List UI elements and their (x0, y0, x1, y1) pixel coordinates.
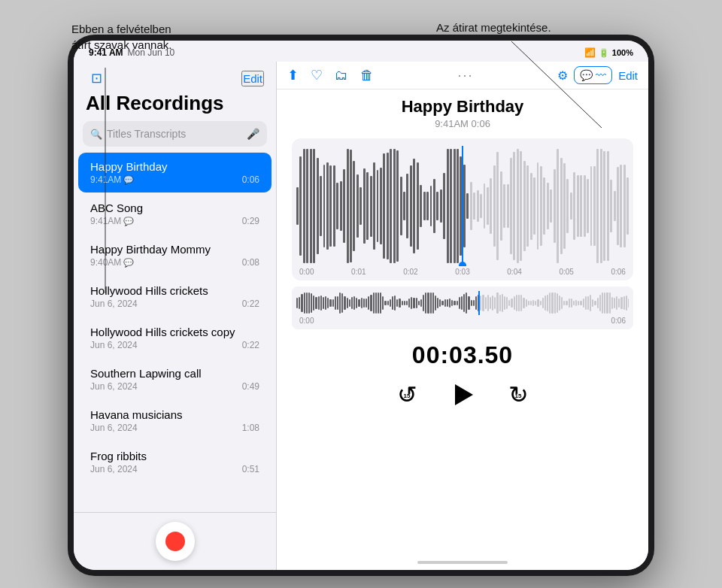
mini-waveform-bar (378, 292, 379, 314)
mini-waveform-bar (447, 299, 448, 307)
share-button[interactable]: ⬆ (287, 67, 299, 83)
waveform-bar (347, 149, 349, 263)
right-callout: Az átirat megtekintése. (436, 21, 551, 34)
detail-meta: 9:41AM 0:06 (435, 118, 490, 129)
mini-waveform-bar (575, 300, 577, 305)
mini-waveform-bar (502, 294, 503, 312)
record-button[interactable] (156, 522, 195, 561)
waveform-bar (320, 176, 322, 235)
mini-waveform-bar (387, 301, 389, 305)
mini-waveform-bar (332, 299, 334, 307)
delete-button[interactable]: 🗑 (360, 68, 374, 83)
mini-waveform-bar (396, 299, 398, 308)
mini-waveform-bar (514, 296, 515, 311)
mini-waveform-bar (406, 301, 408, 305)
toolbar-right: ⚙ 💬 〰 Edit (557, 66, 638, 84)
recording-title: Hollywood Hills crickets (90, 284, 259, 297)
waveform-bar (600, 149, 602, 263)
play-button[interactable] (446, 378, 479, 411)
waveform-bar (554, 169, 556, 243)
waveform-bar (573, 172, 575, 239)
waveform-bar (356, 174, 359, 238)
waveform-bar (393, 149, 396, 263)
mini-waveform-bar (614, 298, 615, 308)
mini-waveform-bar (390, 299, 391, 307)
waveform-bar (423, 192, 426, 221)
mini-waveform-bar (490, 297, 491, 308)
waveform-bar (413, 159, 415, 254)
play-icon (455, 384, 473, 405)
mini-waveform-bar (620, 297, 622, 309)
mini-waveform-bar (423, 295, 424, 311)
waveform-bar (570, 192, 572, 219)
waveform-bar (359, 187, 362, 225)
filter-button[interactable]: ⚙ (557, 68, 568, 83)
sidebar-edit-button[interactable]: Edit (241, 71, 264, 86)
mini-waveform-bar (599, 295, 601, 311)
waveform-bar (517, 149, 519, 263)
mini-waveform-bar (551, 292, 553, 314)
waveform-bar (430, 186, 432, 226)
recording-list-item[interactable]: Happy Birthday Mommy 9:40AM 💬 0:08 (78, 235, 272, 275)
recording-list-item[interactable]: Havana musicians Jun 6, 2024 1:08 (78, 401, 272, 441)
status-right: 📶 🔋 100% (584, 47, 633, 58)
mini-waveform-bar (311, 293, 312, 313)
mini-waveform-bar (347, 298, 348, 308)
waveform-bar (400, 177, 402, 236)
mini-waveform-bar (532, 300, 534, 307)
waveform-bar (473, 192, 475, 220)
mini-waveform-bar (373, 292, 375, 314)
mini-waveform-bar (547, 295, 548, 312)
detail-edit-button[interactable]: Edit (618, 69, 638, 82)
ipad-frame: 9:41 AM Mon Jun 10 📶 🔋 100% ⊡ Edit All R… (68, 35, 654, 576)
search-input[interactable]: Titles Transcripts (107, 128, 242, 140)
waveform-bar (626, 177, 629, 235)
skip-forward-button[interactable]: ↻ 15 (503, 380, 533, 410)
recording-list-item[interactable]: Hollywood Hills crickets Jun 6, 2024 0:2… (78, 277, 272, 317)
playhead-line (462, 146, 463, 266)
waveform-bar (433, 179, 435, 234)
mini-waveform-bar (602, 292, 603, 314)
waveform-bar (543, 177, 545, 235)
panel-toggle-icon[interactable]: ⊡ (86, 68, 107, 89)
skip-back-label: 15 (404, 392, 411, 399)
waveform-container[interactable]: 0:00 0:01 0:02 0:03 0:04 0:05 0:06 (292, 138, 633, 280)
waveform-bar (477, 190, 479, 222)
mini-waveform-bar (569, 299, 570, 308)
search-bar[interactable]: 🔍 Titles Transcripts 🎤 (83, 121, 267, 147)
favorite-button[interactable]: ♡ (311, 67, 323, 83)
waveform-bar (526, 165, 529, 246)
waveform-bar (329, 165, 332, 246)
mini-waveform-bar (580, 301, 581, 305)
mini-waveform-bar (351, 297, 353, 308)
mini-waveform-bar (468, 296, 469, 310)
waveform-bar (317, 158, 319, 254)
mini-waveform-bar (337, 296, 338, 309)
microphone-icon[interactable]: 🎤 (247, 128, 259, 140)
recording-list-item[interactable]: Southern Lapwing call Jun 6, 2024 0:49 (78, 359, 272, 399)
mini-waveform-bar (432, 292, 434, 314)
waveform-bar (593, 166, 596, 245)
skip-back-button[interactable]: ↺ 15 (392, 380, 422, 410)
mini-waveform-bar (370, 295, 372, 312)
recording-list-item[interactable]: ABC Song 9:41AM 💬 0:29 (78, 194, 272, 234)
recording-list-item[interactable]: Frog ribbits Jun 6, 2024 0:51 (78, 442, 272, 482)
recording-meta: 9:41AM 💬 0:06 (90, 174, 259, 185)
waveform-bar (410, 165, 412, 247)
recording-list-item[interactable]: Hollywood Hills crickets copy Jun 6, 202… (78, 318, 272, 358)
mini-waveform-container[interactable]: 0:00 0:06 (292, 286, 633, 329)
mini-waveform-bar (571, 299, 572, 308)
mini-waveform-bar (606, 292, 608, 314)
mini-waveform-bar (437, 298, 438, 308)
transcript-button[interactable]: 💬 〰 (574, 66, 612, 84)
recording-date: Jun 6, 2024 (90, 381, 138, 392)
mini-waveform-bar (504, 296, 505, 310)
mini-waveform-bar (604, 292, 605, 314)
recording-list-item[interactable]: Happy Birthday 9:41AM 💬 0:06 (78, 153, 272, 192)
folder-button[interactable]: 🗂 (335, 68, 348, 83)
waveform-bar (566, 179, 569, 233)
mini-waveform-bar (308, 292, 310, 314)
recording-date: 9:41AM 💬 (90, 216, 134, 226)
mini-waveform-bar (384, 301, 386, 305)
waveform-bar (420, 185, 422, 228)
